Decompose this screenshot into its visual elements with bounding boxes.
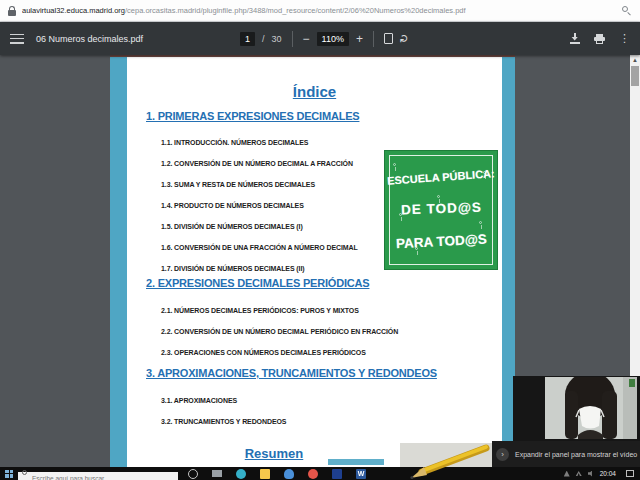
toc-item: 1.6. CONVERSIÓN DE UNA FRACCIÓN A NÚMERO…: [161, 237, 358, 258]
page-content: Índice 1. PRIMERAS EXPRESIONES DECIMALES…: [127, 57, 502, 467]
toc-item: 3.1. APROXIMACIONES: [161, 390, 286, 411]
secure-lock-icon[interactable]: [8, 6, 16, 16]
zoom-out-button[interactable]: −: [303, 33, 310, 45]
toc-item: 3.2. TRUNCAMIENTOS Y REDONDEOS: [161, 411, 286, 432]
tray-chevron-icon[interactable]: [564, 471, 570, 477]
windows-taskbar: W 20:04: [0, 467, 640, 480]
more-options-icon[interactable]: ⋮: [619, 32, 630, 45]
toc-item: 2.1. NÚMEROS DECIMALES PERIÓDICOS: PUROS…: [161, 300, 398, 321]
fit-page-icon[interactable]: [384, 33, 393, 44]
toc-items-1: 1.1. INTRODUCCIÓN. NÚMEROS DECIMALES 1.2…: [161, 132, 358, 279]
url-text[interactable]: aulavirtual32.educa.madrid.org/cepa.orca…: [22, 6, 466, 15]
toc-heading-2[interactable]: 2. EXPRESIONES DECIMALES PERIÓDICAS: [146, 277, 369, 289]
pdf-page: Índice 1. PRIMERAS EXPRESIONES DECIMALES…: [110, 55, 515, 467]
download-icon[interactable]: [570, 33, 580, 44]
poster-line-2: DE TOD@S: [400, 200, 481, 218]
toc-item: 2.2. CONVERSIÓN DE UN NÚMERO DECIMAL PER…: [161, 321, 398, 342]
browser-url-bar[interactable]: aulavirtual32.educa.madrid.org/cepa.orca…: [0, 0, 640, 22]
doc-title-indice[interactable]: Índice: [127, 83, 502, 100]
toc-item: 2.3. OPERACIONES CON NÚMEROS DECIMALES P…: [161, 342, 398, 363]
toc-items-2: 2.1. NÚMEROS DECIMALES PERIÓDICOS: PUROS…: [161, 300, 398, 363]
system-tray: 20:04: [564, 467, 640, 480]
url-path: /cepa.orcasitas.madrid/pluginfile.php/34…: [125, 6, 466, 15]
toc-item: 1.1. INTRODUCCIÓN. NÚMEROS DECIMALES: [161, 132, 358, 153]
zoom-in-button[interactable]: +: [356, 33, 363, 45]
page-separator: /: [262, 34, 265, 44]
url-domain: aulavirtual32.educa.madrid.org: [22, 6, 125, 15]
poster-line-1: ESCUELA PÚBLICA:: [387, 167, 495, 186]
file-explorer-icon[interactable]: [260, 469, 270, 479]
toc-item: 1.7. DIVISIÓN DE NÚMEROS DECIMALES (II): [161, 258, 358, 279]
taskbar-search-input[interactable]: [18, 472, 178, 480]
page-total: 30: [272, 34, 282, 44]
taskbar-clock[interactable]: 20:04: [600, 467, 616, 480]
zoom-level: 110%: [317, 32, 349, 46]
escuela-publica-poster: ESCUELA PÚBLICA: DE TOD@S PARA TOD@S: [384, 150, 498, 270]
toc-item: 1.2. CONVERSIÓN DE UN NÚMERO DECIMAL A F…: [161, 153, 358, 174]
chevron-right-icon[interactable]: ›: [496, 448, 509, 461]
page-teal-border-left: [110, 57, 127, 467]
horizontal-scrollbar-thumb[interactable]: [328, 459, 384, 465]
toc-heading-3[interactable]: 3. APROXIMACIONES, TRUNCAMIENTOS Y REDON…: [146, 367, 437, 379]
green-object: [629, 379, 635, 387]
vertical-scrollbar-thumb[interactable]: [631, 66, 639, 86]
taskbar-search[interactable]: [18, 467, 178, 480]
menu-hamburger-icon[interactable]: [10, 34, 24, 44]
start-button[interactable]: [0, 467, 18, 480]
scroll-up-arrow-icon[interactable]: ▲: [630, 55, 640, 65]
cortana-icon[interactable]: [236, 469, 246, 479]
toc-heading-1[interactable]: 1. PRIMERAS EXPRESIONES DECIMALES: [146, 110, 359, 122]
toc-item: 1.4. PRODUCTO DE NÚMEROS DECIMALES: [161, 195, 358, 216]
expand-panel-label: Expandir el panel para mostrar el vídeo: [515, 451, 637, 458]
pencil-video-thumbnail[interactable]: [400, 443, 492, 468]
task-view-icon[interactable]: [188, 469, 198, 479]
wifi-icon[interactable]: [576, 471, 582, 476]
edge-browser-icon[interactable]: [284, 469, 294, 479]
toc-items-3: 3.1. APROXIMACIONES 3.2. TRUNCAMIENTOS Y…: [161, 390, 286, 432]
windows-logo-icon: [5, 470, 13, 478]
mail-icon[interactable]: [212, 469, 222, 479]
doc-link-resumen[interactable]: Resumen: [227, 446, 321, 461]
expand-video-panel-button[interactable]: › Expandir el panel para mostrar el víde…: [492, 441, 640, 467]
page-number-input[interactable]: 1: [240, 32, 255, 46]
word-icon[interactable]: W: [356, 469, 366, 479]
toc-item: 1.3. SUMA Y RESTA DE NÚMEROS DECIMALES: [161, 174, 358, 195]
pdf-document-title: 06 Numeros decimales.pdf: [36, 34, 143, 44]
office-app-icon[interactable]: [332, 469, 342, 479]
print-icon[interactable]: [594, 34, 605, 44]
action-center-icon[interactable]: [626, 470, 634, 477]
webcam-video-thumbnail[interactable]: [545, 377, 637, 439]
poster-line-3: PARA TOD@S: [395, 232, 487, 252]
browser-app-icon[interactable]: [308, 469, 318, 479]
toc-item: 1.5. DIVISIÓN DE NÚMEROS DECIMALES (I): [161, 216, 358, 237]
speaker-icon[interactable]: [588, 471, 594, 477]
search-icon: [22, 470, 27, 475]
rotate-icon[interactable]: ↻: [398, 34, 411, 43]
pdf-toolbar: 06 Numeros decimales.pdf 1 / 30 − 110% +…: [0, 22, 640, 55]
screen: aulavirtual32.educa.madrid.org/cepa.orca…: [0, 0, 640, 480]
video-call-panel: [513, 376, 640, 441]
search-icon[interactable]: [622, 6, 632, 16]
